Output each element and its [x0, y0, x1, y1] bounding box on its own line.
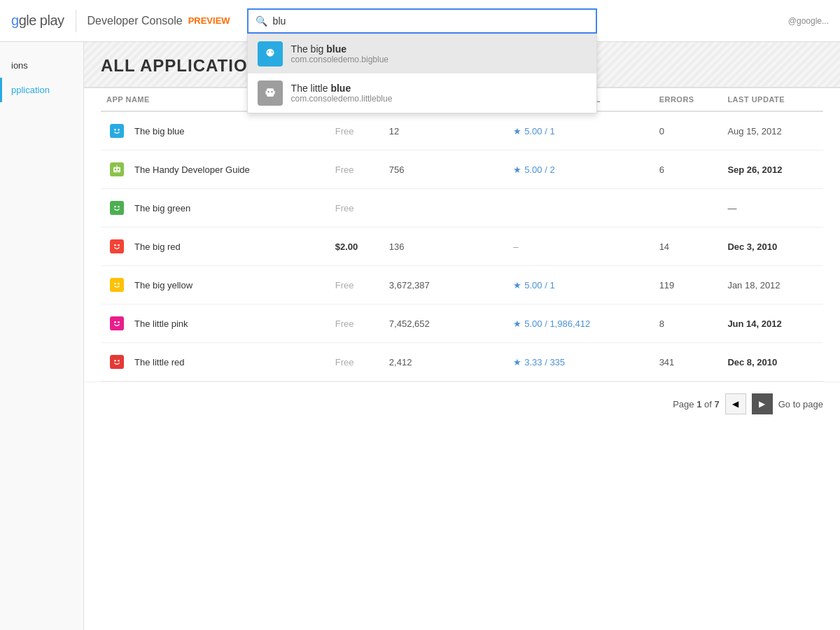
table-row[interactable]: The Handy Developer Guide Free 756 ★5.00… — [101, 150, 823, 189]
big-blue-text-group: The big blue com.consoledemo.bigblue — [291, 43, 388, 64]
cell-price: Free — [330, 150, 384, 189]
cell-errors: 14 — [654, 227, 722, 266]
app-name-text: The big green — [134, 203, 190, 214]
sidebar-item-all-apps[interactable]: ions — [0, 53, 83, 78]
svg-point-14 — [118, 169, 120, 171]
prev-page-button[interactable]: ◀ — [725, 393, 746, 414]
cell-errors: 0 — [654, 111, 722, 150]
little-blue-text-group: The little blue com.consoledemo.littlebl… — [291, 83, 393, 104]
svg-point-6 — [267, 91, 270, 93]
pagination: Page 1 of 7 ◀ ▶ Go to page — [84, 382, 840, 426]
app-icon — [106, 313, 127, 334]
logo-g: g — [11, 13, 19, 28]
table-row[interactable]: The big blue Free 12 ★5.00 / 1 0 Aug 15,… — [101, 111, 823, 150]
table-row[interactable]: The big red $2.00 136 – 14 Dec 3, 2010 — [101, 227, 823, 266]
cell-installs — [384, 189, 507, 227]
search-input[interactable] — [273, 15, 589, 27]
little-blue-app-name: The little blue — [291, 83, 393, 94]
dropdown-item-little-blue[interactable]: The little blue com.consoledemo.littlebl… — [248, 74, 596, 113]
app-icon — [106, 351, 127, 372]
col-last-update: LAST UPDATE — [722, 88, 823, 111]
cell-errors: 8 — [654, 304, 722, 343]
svg-rect-8 — [110, 124, 124, 138]
svg-rect-15 — [115, 172, 118, 172]
cell-last-update: Jun 14, 2012 — [722, 304, 823, 343]
search-dropdown: The big blue com.consoledemo.bigblue The… — [247, 34, 597, 113]
app-name-text: The little red — [134, 357, 185, 368]
svg-rect-26 — [110, 316, 124, 330]
console-title: Developer Console — [88, 15, 183, 27]
table-container: APP NAME PRICE ACTIVE INSTALLS AVG. RATI… — [84, 88, 840, 382]
svg-point-19 — [118, 206, 120, 208]
cell-rating: ★3.33 / 335 — [507, 343, 653, 382]
app-name-text: The big yellow — [134, 280, 192, 290]
table-row[interactable]: The little pink Free 7,452,652 ★5.00 / 1… — [101, 304, 823, 343]
table-row[interactable]: The big green Free — — [101, 189, 823, 227]
cell-price: Free — [330, 111, 384, 150]
cell-installs: 12 — [384, 111, 507, 150]
dropdown-item-big-blue[interactable]: The big blue com.consoledemo.bigblue — [248, 34, 596, 74]
cell-installs: 7,452,652 — [384, 304, 507, 343]
svg-rect-17 — [110, 201, 124, 215]
big-blue-icon — [258, 41, 283, 66]
app-icon — [106, 197, 127, 218]
cell-installs: 3,672,387 — [384, 266, 507, 304]
cell-app-name: The little red — [101, 343, 330, 382]
cell-errors: 119 — [654, 266, 722, 304]
svg-rect-20 — [110, 239, 124, 253]
search-wrapper: 🔍 The big blue com.consoledemo.bigblue — [247, 8, 597, 34]
go-to-page-label: Go to page — [778, 399, 823, 410]
cell-rating — [507, 189, 653, 227]
next-page-button[interactable]: ▶ — [752, 393, 773, 414]
apps-table: APP NAME PRICE ACTIVE INSTALLS AVG. RATI… — [101, 88, 823, 382]
svg-point-21 — [114, 244, 116, 246]
cell-last-update: Sep 26, 2012 — [722, 150, 823, 189]
cell-price: $2.00 — [330, 227, 384, 266]
svg-point-10 — [118, 129, 120, 131]
app-icon — [106, 236, 127, 257]
cell-installs: 136 — [384, 227, 507, 266]
svg-point-27 — [114, 321, 116, 323]
big-blue-app-id: com.consoledemo.bigblue — [291, 55, 388, 64]
search-container[interactable]: 🔍 — [247, 8, 597, 34]
cell-last-update: Dec 3, 2010 — [722, 227, 823, 266]
cell-app-name: The big red — [101, 227, 330, 266]
page-label: Page 1 of 7 — [673, 399, 720, 410]
cell-last-update: — — [722, 189, 823, 227]
header-divider — [76, 10, 76, 32]
svg-point-22 — [118, 244, 120, 246]
cell-price: Free — [330, 304, 384, 343]
app-icon — [106, 274, 127, 295]
app-name-text: The big blue — [134, 126, 185, 136]
header-user: @google... — [788, 16, 829, 26]
layout: ions pplication ALL APPLICATIONS APP NAM… — [0, 42, 840, 630]
cell-errors: 6 — [654, 150, 722, 189]
svg-point-30 — [114, 360, 116, 362]
svg-point-31 — [118, 360, 120, 362]
cell-app-name: The Handy Developer Guide — [101, 150, 330, 189]
svg-point-0 — [266, 48, 274, 56]
app-name-text: The big red — [134, 241, 181, 252]
cell-rating: – — [507, 227, 653, 266]
svg-point-1 — [267, 51, 269, 52]
sidebar-item-application[interactable]: pplication — [0, 78, 83, 102]
main-content: ALL APPLICATIONS APP NAME PRICE ACTIVE I… — [84, 42, 840, 630]
search-icon: 🔍 — [255, 15, 267, 27]
cell-price: Free — [330, 266, 384, 304]
cell-last-update: Aug 15, 2012 — [722, 111, 823, 150]
svg-point-9 — [114, 129, 116, 131]
svg-point-25 — [118, 283, 120, 285]
app-name-text: The little pink — [134, 318, 188, 329]
svg-rect-3 — [267, 88, 274, 97]
svg-rect-23 — [110, 278, 124, 292]
app-icon — [106, 120, 127, 141]
table-row[interactable]: The little red Free 2,412 ★3.33 / 335 34… — [101, 343, 823, 382]
svg-point-13 — [115, 169, 117, 171]
svg-point-2 — [271, 51, 272, 52]
svg-point-18 — [114, 206, 116, 208]
little-blue-app-id: com.consoledemo.littleblue — [291, 94, 393, 104]
table-row[interactable]: The big yellow Free 3,672,387 ★5.00 / 1 … — [101, 266, 823, 304]
cell-app-name: The little pink — [101, 304, 330, 343]
svg-rect-16 — [116, 165, 118, 167]
cell-installs: 756 — [384, 150, 507, 189]
